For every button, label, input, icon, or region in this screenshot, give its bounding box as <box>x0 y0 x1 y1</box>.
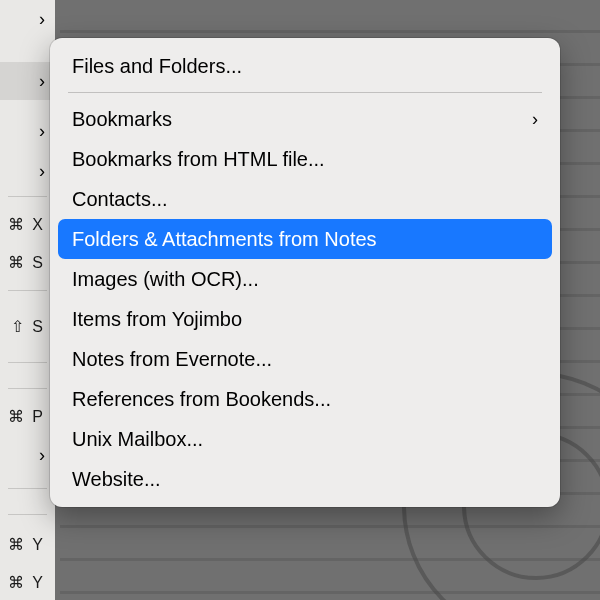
menu-item[interactable]: Notes from Evernote... <box>58 339 552 379</box>
chevron-right-icon: › <box>39 445 45 465</box>
menu-item-label: Folders & Attachments from Notes <box>72 228 377 250</box>
menu-separator <box>8 488 47 489</box>
chevron-right-icon: › <box>532 99 538 139</box>
chevron-right-icon: › <box>39 71 45 91</box>
chevron-right-icon: › <box>39 121 45 141</box>
parent-menu-shortcut: ⌘ Y <box>0 564 55 600</box>
menu-item-label: Bookmarks from HTML file... <box>72 148 325 170</box>
menu-separator <box>8 514 47 515</box>
parent-menu-shortcut: ⌘ X <box>0 206 55 244</box>
menu-item[interactable]: Images (with OCR)... <box>58 259 552 299</box>
menu-item[interactable]: Unix Mailbox... <box>58 419 552 459</box>
menu-item[interactable]: Items from Yojimbo <box>58 299 552 339</box>
parent-menu-item[interactable]: › <box>0 152 55 190</box>
shortcut-label: ⌘ Y <box>8 574 45 591</box>
parent-menu-gutter: ››››⌘ X⌘ S⇧ S⌘ P›⌘ Y⌘ Y <box>0 0 55 600</box>
shortcut-label: ⌘ P <box>8 408 45 425</box>
parent-menu-shortcut: ⌘ Y <box>0 526 55 564</box>
menu-item-label: Bookmarks <box>72 108 172 130</box>
import-submenu: Files and Folders...Bookmarks›Bookmarks … <box>50 38 560 507</box>
menu-item-label: Unix Mailbox... <box>72 428 203 450</box>
menu-item[interactable]: Folders & Attachments from Notes <box>58 219 552 259</box>
shortcut-label: ⇧ S <box>11 318 45 335</box>
menu-separator <box>8 388 47 389</box>
menu-item[interactable]: Contacts... <box>58 179 552 219</box>
menu-item-label: Website... <box>72 468 161 490</box>
menu-item-label: Contacts... <box>72 188 168 210</box>
menu-item[interactable]: References from Bookends... <box>58 379 552 419</box>
menu-separator <box>8 196 47 197</box>
parent-menu-shortcut: ⌘ S <box>0 244 55 282</box>
menu-item-label: Files and Folders... <box>72 55 242 77</box>
menu-item[interactable]: Files and Folders... <box>58 46 552 86</box>
shortcut-label: ⌘ Y <box>8 536 45 553</box>
menu-item-label: Items from Yojimbo <box>72 308 242 330</box>
parent-menu-item[interactable]: › <box>0 0 55 38</box>
parent-menu-shortcut: ⇧ S <box>0 308 55 346</box>
parent-menu-shortcut: ⌘ P <box>0 398 55 436</box>
menu-separator <box>8 290 47 291</box>
menu-separator <box>68 92 542 93</box>
menu-item-label: Notes from Evernote... <box>72 348 272 370</box>
chevron-right-icon: › <box>39 9 45 29</box>
menu-item[interactable]: Bookmarks› <box>58 99 552 139</box>
menu-item-label: References from Bookends... <box>72 388 331 410</box>
chevron-right-icon: › <box>39 161 45 181</box>
menu-item-label: Images (with OCR)... <box>72 268 259 290</box>
shortcut-label: ⌘ X <box>8 216 45 233</box>
menu-item[interactable]: Bookmarks from HTML file... <box>58 139 552 179</box>
parent-menu-item[interactable]: › <box>0 436 55 474</box>
parent-menu-item[interactable]: › <box>0 112 55 150</box>
menu-separator <box>8 362 47 363</box>
menu-item[interactable]: Website... <box>58 459 552 499</box>
parent-menu-item[interactable]: › <box>0 62 55 100</box>
shortcut-label: ⌘ S <box>8 254 45 271</box>
